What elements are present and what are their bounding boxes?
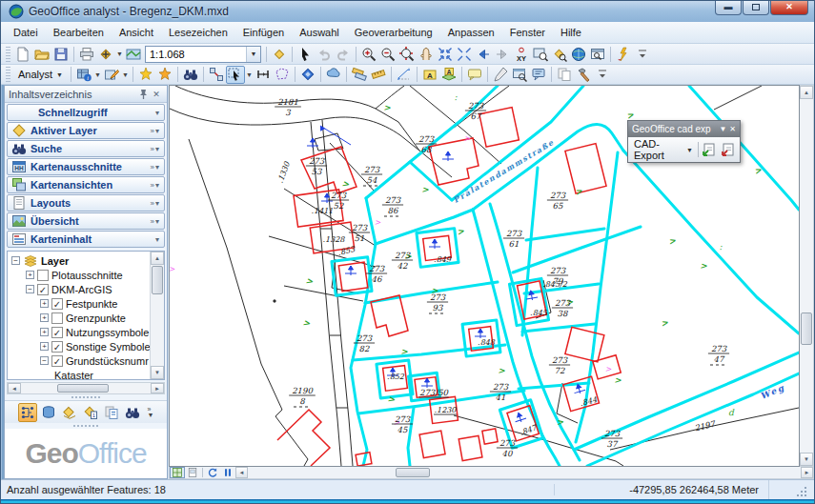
buffer-cloud-icon[interactable] [324,66,343,84]
save-icon[interactable] [51,45,71,63]
flash-feature2-icon[interactable] [155,66,174,84]
dropdown-arrow[interactable]: ▼ [121,66,130,84]
ruler-double-icon[interactable] [350,66,369,84]
tree-vertical-scrollbar[interactable]: ▲ ▼ [150,252,164,379]
collapse-icon[interactable]: − [11,256,20,265]
select-arrow-icon[interactable] [295,45,315,63]
close-button[interactable]: ✕ [770,1,808,15]
scroll-right-arrow[interactable]: ► [801,467,813,478]
menu-item-bearbeiten[interactable]: Bearbeiten [47,24,111,41]
link-selection-icon[interactable] [207,66,226,84]
sidebar-section-bersicht[interactable]: Übersicht»▾ [7,212,165,230]
hammer-icon[interactable] [574,66,593,84]
tree-item-festpunkte[interactable]: +✓Festpunkte [8,296,150,311]
toolbar-grip[interactable] [6,47,10,62]
callout-icon[interactable] [529,66,548,84]
binoculars-icon[interactable] [181,66,200,84]
resize-grip[interactable] [768,480,808,499]
layer-checkbox[interactable] [37,270,49,281]
expand-icon[interactable]: + [40,313,49,322]
layers-diamond-icon[interactable] [60,403,79,422]
section-chevrons[interactable]: »▾ [151,145,160,153]
sidebar-section-kartenausschnitte[interactable]: HHKartenausschnitte»▾ [7,158,165,175]
maximize-button[interactable] [743,1,769,15]
edit-icon[interactable] [102,66,121,84]
fixed-zoom-in-icon[interactable] [436,45,455,63]
tree-horizontal-scrollbar[interactable]: ◄ ► [7,382,165,394]
map-scale-icon[interactable] [124,45,143,63]
section-chevrons[interactable]: »▾ [151,127,160,135]
tree-item-dkmarcgis[interactable]: −✓DKM-ArcGIS [8,282,150,296]
layer-checkbox[interactable] [51,312,63,324]
select-tool-active-icon[interactable] [226,66,245,84]
menu-item-geoverarbeitung[interactable]: Geoverarbeitung [348,24,439,41]
polygon-select-icon[interactable] [273,66,292,84]
collapse-icon[interactable]: − [40,356,49,365]
title-bar[interactable]: GeoOffice analyst - Bregenz_DKM.mxd ▬ ✕ [1,1,814,22]
sidebar-section-suche[interactable]: Suche»▾ [7,140,165,157]
menu-item-datei[interactable]: Datei [7,24,45,41]
speech-bubble-icon[interactable] [465,66,484,84]
pause-icon[interactable] [220,467,235,478]
tree-item-layer[interactable]: −Layer [8,253,150,268]
expand-icon[interactable]: + [40,299,49,308]
globe-icon[interactable] [569,45,588,63]
dimension-icon[interactable] [395,66,414,84]
dropdown-arrow[interactable]: ▼ [93,66,102,84]
pan-to-selection-icon[interactable] [270,45,289,63]
copy-icon[interactable] [555,66,574,84]
sidebar-section-aktiverlayer[interactable]: Aktiver Layer»▾ [7,122,165,139]
pen-icon[interactable] [491,66,510,84]
fixed-zoom-out-icon[interactable] [455,45,474,63]
zoom-in-icon[interactable] [359,45,378,63]
menu-item-auswahl[interactable]: Auswahl [293,24,346,41]
hyperlink-icon[interactable] [614,45,633,63]
layer-page-icon[interactable]: 1 [81,403,100,422]
pin-icon[interactable] [136,88,150,101]
section-chevrons[interactable]: »▾ [151,181,160,190]
minimize-button[interactable]: ▬ [715,1,742,15]
tree-view-icon[interactable] [18,403,37,422]
tree-item-grundstcksnumr[interactable]: −✓Grundstücksnumr [8,353,150,368]
expand-icon[interactable]: + [40,328,49,336]
flash-feature-icon[interactable] [136,66,155,84]
add-theme-icon[interactable]: i [74,66,93,84]
viewer-window-icon[interactable] [588,45,607,63]
toolbar-overflow-icon[interactable] [633,45,652,63]
layer-db-icon[interactable] [39,403,58,422]
menu-item-fenster[interactable]: Fenster [503,24,552,41]
undo-icon[interactable] [315,45,334,63]
close-panel-icon[interactable]: ✕ [150,88,163,101]
cad-export-red-icon[interactable] [720,141,737,159]
layer-checkbox[interactable]: ✓ [37,284,49,295]
refresh-icon[interactable] [205,467,220,478]
cad-export-green-icon[interactable] [701,141,718,159]
menu-item-lesezeichen[interactable]: Lesezeichen [162,24,234,41]
layer-checkbox[interactable]: ✓ [51,341,63,353]
identify-window-icon[interactable] [510,66,529,84]
menu-item-ansicht[interactable]: Ansicht [112,24,160,41]
pan-hand-icon[interactable] [417,45,436,63]
layer-checkbox[interactable]: ✓ [51,355,63,367]
dropdown-arrow[interactable]: ▼ [115,45,124,63]
add-data-icon[interactable] [96,45,115,63]
ruler-icon[interactable] [369,66,388,84]
map-vertical-scrollbar[interactable]: ▲ ▼ [800,85,814,467]
data-view-icon[interactable] [170,467,185,478]
layer-checkbox[interactable]: ✓ [51,298,63,310]
dropdown-arrow[interactable]: ▼ [245,66,254,84]
zoom-out-icon[interactable] [378,45,397,63]
back-icon[interactable] [474,45,493,63]
sidebar-section-karteninhalt[interactable]: Karteninhalt▾ [7,231,165,248]
sidebar-section-layouts[interactable]: Layouts»▾ [7,194,165,212]
xy-icon[interactable]: XY [512,45,531,63]
section-chevrons[interactable]: »▾ [151,217,160,226]
analyst-menu[interactable]: Analyst▼ [13,67,68,82]
tree-item-grenzpunkte[interactable]: +Grenzpunkte [8,311,150,325]
layer-checkbox[interactable]: ✓ [51,327,63,338]
tree-item-nutzungssymbole[interactable]: +✓Nutzungssymbole [8,325,150,339]
label-a-icon[interactable]: A [420,66,439,84]
binoculars-icon[interactable] [123,403,142,422]
sidebar-section-kartenansichten[interactable]: Kartenansichten»▾ [7,176,165,193]
tree-item-sonstigesymbole[interactable]: +✓Sonstige Symbole [8,339,150,353]
